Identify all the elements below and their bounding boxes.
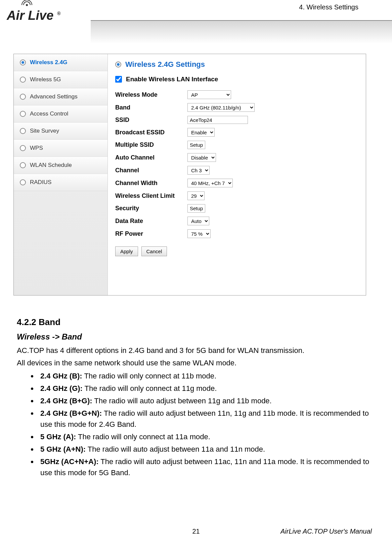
content-pane: Wireless 2.4G Settings Enable Wireless L… <box>108 54 366 295</box>
sidebar-item-wireless-5g[interactable]: Wireless 5G <box>14 71 107 88</box>
cancel-button[interactable]: Cancel <box>141 246 167 256</box>
sidebar-item-label: WLAN Schedule <box>30 162 72 169</box>
data-rate-row: Data Rate Auto <box>115 217 358 225</box>
list-item: 2.4 GHz (B+G+N): The radio will auto adj… <box>38 408 375 430</box>
broadcast-essid-row: Broadcast ESSID Enable <box>115 128 358 137</box>
wireless-mode-row: Wireless Mode AP <box>115 90 358 99</box>
security-row: Security Setup <box>115 204 358 213</box>
multiple-ssid-row: Multiple SSID Setup <box>115 141 358 149</box>
radio-icon <box>20 94 26 100</box>
label: Data Rate <box>115 218 187 225</box>
label: Broadcast ESSID <box>115 129 187 136</box>
client-limit-row: Wireless Client Limit 29 <box>115 191 358 200</box>
action-row: Apply Cancel <box>115 246 358 256</box>
auto-channel-row: Auto Channel Disable <box>115 153 358 162</box>
wireless-mode-select[interactable]: AP <box>187 90 231 99</box>
sidebar-item-wps[interactable]: WPS <box>14 140 107 157</box>
ssid-row: SSID <box>115 116 358 124</box>
list-item: 5 GHz (A+N): The radio will auto adjust … <box>38 444 375 455</box>
decorative-wave <box>91 20 392 44</box>
ssid-input[interactable] <box>187 116 248 124</box>
page-header: 4. Wireless Settings Air Live ® <box>0 0 392 47</box>
label: SSID <box>115 117 187 124</box>
data-rate-select[interactable]: Auto <box>187 217 209 225</box>
radio-icon <box>20 77 26 83</box>
sidebar-item-site-survey[interactable]: Site Survey <box>14 123 107 140</box>
label: Auto Channel <box>115 154 187 161</box>
band-select[interactable]: 2.4 GHz (802.11b/g/n) <box>187 103 255 112</box>
radio-icon <box>20 145 26 151</box>
list-item: 5 GHz (A): The radio will only connect a… <box>38 431 375 442</box>
page-number: 21 <box>192 528 200 535</box>
radio-icon <box>115 61 121 67</box>
intro-text-2: All devices in the same network should u… <box>17 357 375 368</box>
apply-button[interactable]: Apply <box>115 246 138 256</box>
footer-manual-title: AirLive AC.TOP User's Manual <box>280 528 372 535</box>
logo-text: Air Live ® <box>7 8 60 23</box>
label: Channel <box>115 167 187 174</box>
panel-title: Wireless 2.4G Settings <box>115 60 358 69</box>
list-item: 2.4 GHz (B): The radio will only connect… <box>38 370 375 381</box>
sidebar-item-access-control[interactable]: Access Control <box>14 105 107 123</box>
auto-channel-select[interactable]: Disable <box>187 153 216 162</box>
intro-text-1: AC.TOP has 4 different options in 2.4G b… <box>17 345 375 356</box>
section-heading: 4.2.2 Band <box>17 316 375 329</box>
enable-wireless-row: Enable Wireless LAN Interface <box>115 76 358 83</box>
label: Channel Width <box>115 180 187 187</box>
radio-icon <box>20 179 26 185</box>
radio-icon <box>20 128 26 134</box>
label: Wireless Client Limit <box>115 192 187 199</box>
sidebar-item-label: RADIUS <box>30 179 51 186</box>
channel-width-select[interactable]: 40 MHz, +Ch 7 <box>187 179 233 187</box>
client-limit-select[interactable]: 29 <box>187 191 205 200</box>
list-item: 2.4 GHz (G): The radio will only connect… <box>38 383 375 394</box>
list-item: 5GHz (AC+N+A): The radio will auto adjus… <box>38 456 375 478</box>
label: Multiple SSID <box>115 141 187 148</box>
sidebar-item-label: Wireless 2.4G <box>30 59 67 66</box>
section-sub: Wireless -> Band <box>17 331 375 343</box>
radio-icon <box>20 59 26 65</box>
sidebar-item-wireless-2-4g[interactable]: Wireless 2.4G <box>14 54 107 71</box>
label: Wireless Mode <box>115 91 187 98</box>
sidebar-item-wlan-schedule[interactable]: WLAN Schedule <box>14 157 107 174</box>
rf-power-select[interactable]: 75 % <box>187 229 211 238</box>
radio-icon <box>20 111 26 117</box>
rf-power-row: RF Power 75 % <box>115 229 358 238</box>
label: RF Power <box>115 230 187 237</box>
bullet-list: 2.4 GHz (B): The radio will only connect… <box>38 370 375 478</box>
enable-wireless-label: Enable Wireless LAN Interface <box>126 76 218 83</box>
sidebar-item-label: Site Survey <box>30 128 59 134</box>
multiple-ssid-setup-button[interactable]: Setup <box>187 141 205 149</box>
channel-row: Channel Ch 3 <box>115 166 358 175</box>
channel-select[interactable]: Ch 3 <box>187 166 210 175</box>
sidebar: Wireless 2.4G Wireless 5G Advanced Setti… <box>14 54 108 295</box>
sidebar-item-label: Access Control <box>30 110 68 117</box>
doc-content: 4.2.2 Band Wireless -> Band AC.TOP has 4… <box>17 316 375 478</box>
list-item: 2.4 GHz (B+G): The radio will auto adjus… <box>38 395 375 406</box>
settings-screenshot: Wireless 2.4G Wireless 5G Advanced Setti… <box>13 54 366 296</box>
label: Security <box>115 205 187 212</box>
svg-point-0 <box>26 4 28 6</box>
chapter-title: 4. Wireless Settings <box>299 3 358 11</box>
label: Band <box>115 104 187 111</box>
band-row: Band 2.4 GHz (802.11b/g/n) <box>115 103 358 112</box>
channel-width-row: Channel Width 40 MHz, +Ch 7 <box>115 179 358 187</box>
sidebar-item-advanced-settings[interactable]: Advanced Settings <box>14 88 107 105</box>
broadcast-essid-select[interactable]: Enable <box>187 128 215 137</box>
sidebar-item-label: WPS <box>30 145 43 151</box>
security-setup-button[interactable]: Setup <box>187 204 205 213</box>
sidebar-item-label: Wireless 5G <box>30 76 61 83</box>
radio-icon <box>20 162 26 168</box>
enable-wireless-checkbox[interactable] <box>115 76 122 83</box>
page-footer: 21 AirLive AC.TOP User's Manual <box>0 528 392 535</box>
sidebar-item-label: Advanced Settings <box>30 93 78 100</box>
sidebar-item-radius[interactable]: RADIUS <box>14 174 107 191</box>
